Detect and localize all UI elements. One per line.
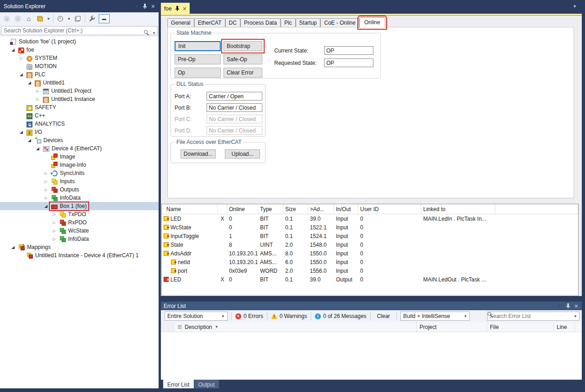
tree-collapsed-arrow-icon[interactable]: ▷ (42, 171, 50, 175)
grid-column-header--ad-[interactable]: >Ad... (308, 204, 334, 214)
errors-filter-button[interactable]: × 0 Errors (235, 313, 263, 319)
tab-error-list[interactable]: Error List (163, 380, 194, 389)
search-options-dropdown-icon[interactable]: ▼ (152, 31, 156, 35)
bootstrap-button[interactable]: Bootstrap (223, 41, 262, 51)
tree-item[interactable]: Solution 'foe' (1 project) (0, 37, 159, 46)
tree-item[interactable]: ◢Devices (0, 136, 159, 144)
tree-item[interactable]: ◢Untitled1 (0, 79, 159, 87)
grid-column-header-blank[interactable] (495, 204, 578, 214)
tab-coe-online[interactable]: CoE - Online (320, 18, 359, 27)
tree-item[interactable]: ▷SYSTEM (0, 54, 159, 62)
back-button[interactable]: ‹ (3, 14, 11, 23)
tree-expanded-arrow-icon[interactable]: ◢ (9, 245, 17, 249)
tree-item[interactable]: ▷InfoData (0, 235, 159, 243)
tree-item[interactable]: ◢Mappings (0, 243, 159, 251)
grid-row-netid[interactable]: netId10.193.20.1...AMS...6.01550.0Input0 (162, 258, 578, 266)
switch-views-button[interactable] (36, 14, 44, 23)
tree-item[interactable]: C++ (0, 111, 159, 120)
tree-item[interactable]: SAFETY (0, 103, 159, 111)
tree-item[interactable]: ANALYTICS (0, 120, 159, 128)
tree-item[interactable]: ◢Box 1 (foe) (0, 202, 159, 210)
tree-collapsed-arrow-icon[interactable]: ▷ (50, 212, 58, 217)
grid-column-header-linked-to[interactable]: Linked to (421, 204, 495, 214)
tree-collapsed-arrow-icon[interactable]: ▷ (17, 56, 25, 60)
tree-item[interactable]: ▷SyncUnits (0, 169, 159, 177)
grid-column-header-user-id[interactable]: User ID (358, 204, 421, 214)
grid-row-led[interactable]: LEDX0BIT0.139.0Output0MAIN.LedOut . PlcT… (162, 275, 578, 284)
grid-column-header-size[interactable]: Size (283, 204, 308, 214)
tree-collapsed-arrow-icon[interactable]: ▷ (42, 196, 50, 200)
tree-item[interactable]: ◢Device 4 (EtherCAT) (0, 144, 159, 153)
sync-with-active-document-button[interactable] (74, 14, 82, 23)
messages-filter-button[interactable]: i 0 of 26 Messages (315, 313, 367, 319)
tree-expanded-arrow-icon[interactable]: ◢ (34, 146, 42, 151)
tree-item[interactable]: ◢PLC (0, 70, 159, 79)
grid-row-inputtoggle[interactable]: InputToggle1BIT0.11524.1Input0 (162, 232, 578, 240)
tab-plc[interactable]: Plc (281, 18, 296, 27)
tree-item[interactable]: ▷Outputs (0, 185, 159, 194)
description-column-header[interactable]: Description ▼ (182, 322, 417, 332)
tree-expanded-arrow-icon[interactable]: ◢ (17, 72, 25, 77)
close-icon[interactable]: × (151, 4, 155, 9)
file-column-header[interactable]: File (487, 322, 554, 332)
build-intellisense-dropdown[interactable]: Build + IntelliSense▼ (400, 312, 470, 321)
search-icon[interactable] (144, 30, 149, 36)
severity-column-header[interactable] (174, 322, 182, 332)
tree-collapsed-arrow-icon[interactable]: ▷ (50, 221, 58, 225)
tree-collapsed-arrow-icon[interactable]: ▷ (50, 237, 58, 241)
filter-dropdown-icon[interactable]: ▼ (215, 325, 218, 329)
home-button[interactable]: ⌂ (25, 14, 33, 23)
grid-row-state[interactable]: State8UINT2.01548.0Input0 (162, 240, 578, 249)
line-column-header[interactable]: Line (554, 322, 575, 332)
preview-selected-items-toggle[interactable]: ▬ (99, 14, 110, 23)
document-close-icon[interactable]: × (183, 6, 186, 11)
error-list-search-input[interactable] (488, 313, 567, 319)
tab-ethercat[interactable]: EtherCAT (194, 18, 225, 27)
clear-error-button[interactable]: Clear Error (223, 68, 262, 78)
tree-collapsed-arrow-icon[interactable]: ▷ (42, 188, 50, 192)
tree-expanded-arrow-icon[interactable]: ◢ (26, 138, 33, 143)
tree-item[interactable]: ▷TxPDO (0, 210, 159, 218)
tree-expanded-arrow-icon[interactable]: ◢ (26, 80, 33, 85)
grid-column-header-name[interactable]: Name (162, 204, 218, 214)
scope-filter-dropdown[interactable]: Entire Solution▼ (165, 312, 228, 321)
tree-item[interactable]: ▷WcState (0, 227, 159, 235)
grid-column-header-type[interactable]: Type (258, 204, 283, 214)
close-icon[interactable]: × (574, 304, 578, 308)
tab-startup[interactable]: Startup (296, 18, 321, 27)
pending-changes-filter-button[interactable] (56, 14, 64, 23)
grid-row-led[interactable]: LEDX0BIT0.139.0Input0MAIN.LedIn . PlcTas… (162, 214, 578, 223)
tree-expanded-arrow-icon[interactable]: ◢ (17, 130, 25, 134)
op-button[interactable]: Op (175, 68, 221, 78)
search-options-dropdown-icon[interactable]: ▼ (574, 314, 577, 318)
grid-row-port[interactable]: port0x03e9WORD2.01556.0Input0 (162, 266, 578, 275)
tree-item[interactable]: ▷RxPDO (0, 218, 159, 227)
grid-column-header-blank[interactable] (218, 204, 227, 214)
tree-collapsed-arrow-icon[interactable]: ▷ (42, 180, 50, 184)
window-position-dropdown-icon[interactable]: ▼ (134, 4, 138, 9)
pre-op-button[interactable]: Pre-Op (175, 54, 221, 64)
document-pin-icon[interactable] (175, 6, 180, 11)
grid-column-header-in-out[interactable]: In/Out (334, 204, 358, 214)
tree-collapsed-arrow-icon[interactable]: ▷ (50, 229, 58, 233)
download-button[interactable]: Download... (181, 149, 216, 159)
auto-hide-pin-icon[interactable] (143, 4, 147, 9)
switch-views-dropdown-icon[interactable]: ▼ (47, 17, 50, 21)
tree-collapsed-arrow-icon[interactable]: ▷ (34, 97, 42, 101)
properties-button[interactable] (88, 14, 96, 23)
tree-item[interactable]: ◢I/O (0, 128, 159, 136)
solution-search-input[interactable] (1, 26, 158, 35)
tree-item[interactable]: Image (0, 153, 159, 161)
grid-column-header-online[interactable]: Online (227, 204, 258, 214)
tree-item[interactable]: ▷InfoData (0, 194, 159, 202)
safe-op-button[interactable]: Safe-Op (223, 54, 262, 64)
auto-hide-pin-icon[interactable] (566, 303, 570, 308)
tree-item[interactable]: Image-Info (0, 161, 159, 169)
search-icon[interactable] (567, 313, 573, 319)
filter-dropdown-icon[interactable]: ▼ (67, 17, 71, 21)
tab-online[interactable]: Online (359, 17, 385, 28)
grid-row-adsaddr[interactable]: AdsAddr10.193.20.1...AMS...8.01550.0Inpu… (162, 249, 578, 258)
window-position-dropdown-icon[interactable]: ▼ (558, 304, 562, 308)
tree-item[interactable]: ▷Inputs (0, 177, 159, 185)
tree-expanded-arrow-icon[interactable]: ◢ (9, 48, 17, 52)
